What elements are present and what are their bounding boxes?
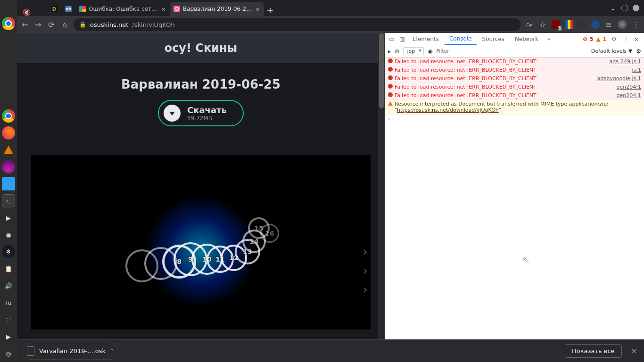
dock-app-vlc[interactable] — [4, 146, 13, 154]
page: осу! Скины Варвалиан 2019-06-25 Скачать … — [17, 33, 385, 339]
dock-chrome-icon[interactable] — [2, 17, 15, 30]
tab-elements[interactable]: Elements — [408, 33, 444, 45]
console-log: Failed to load resource: net::ERR_BLOCKE… — [385, 58, 644, 339]
chevron-right-icon[interactable]: › — [363, 282, 368, 296]
download-filename: Varvalian 2019-....osk — [39, 347, 106, 354]
omnibox[interactable]: 🔒 osuskins.net/skin/vjUqKOh — [74, 18, 520, 31]
log-source[interactable]: ads-249.js:1 — [610, 58, 641, 65]
levels-selector[interactable]: Default levels ▼ — [591, 48, 633, 54]
log-source[interactable]: adsbygoogle.js:1 — [597, 75, 641, 82]
log-message: Failed to load resource: net::ERR_BLOCKE… — [395, 75, 597, 82]
devtools: ▭ ▥ Elements Console Sources Network » ⊘… — [385, 33, 644, 339]
live-expr-icon[interactable]: ◉ — [428, 48, 432, 55]
tabstrip: 🔇 D vk Ошибка: Ошибка сети - Goo × Варва… — [17, 0, 644, 16]
console-settings-icon[interactable]: ⚙ — [636, 48, 641, 55]
skin-title: Варвалиан 2019-06-25 — [17, 77, 385, 91]
error-icon — [388, 84, 395, 90]
dock-app-flame[interactable] — [2, 160, 15, 173]
menu-icon[interactable]: ⋮ — [632, 20, 640, 29]
context-selector[interactable]: top — [403, 47, 424, 55]
reload-button[interactable]: ⟳ — [47, 20, 56, 29]
dock-app-firefox[interactable] — [2, 126, 15, 140]
chevron-up-icon[interactable]: ˄ — [110, 347, 114, 354]
tab-google-error[interactable]: Ошибка: Ошибка сети - Goo × — [75, 2, 170, 16]
show-all-button[interactable]: Показать все — [565, 344, 622, 358]
dock-indicator-wifi[interactable]: ⸬ — [2, 313, 15, 326]
tab-osuskins[interactable]: Варвалиан 2019-06-25 - осу! × — [170, 2, 264, 16]
devtools-close-icon[interactable]: × — [634, 35, 639, 43]
close-icon[interactable]: × — [161, 6, 166, 13]
log-source[interactable]: gen204:1 — [617, 92, 641, 99]
star-icon[interactable]: ☆ — [538, 20, 547, 29]
download-item[interactable]: Varvalian 2019-....osk ˄ — [22, 343, 118, 360]
dock-indicator-sound[interactable]: 🔊 — [2, 279, 15, 292]
console-row: Failed to load resource: net::ERR_BLOCKE… — [385, 58, 644, 66]
chevron-right-icon[interactable]: › — [363, 263, 368, 278]
url-path: /skin/vjUqKOh — [132, 21, 174, 28]
translate-icon[interactable]: 🗛 — [525, 20, 534, 29]
log-source[interactable]: js:1 — [632, 67, 642, 73]
filter-input[interactable] — [437, 47, 587, 56]
chevron-right-icon[interactable]: › — [363, 245, 368, 259]
more-tabs-icon[interactable]: » — [544, 36, 553, 42]
ext-dark-icon[interactable] — [578, 20, 586, 29]
dock-indicator-play[interactable]: ▶ — [2, 211, 15, 224]
inspect-icon[interactable]: ▭ — [387, 36, 396, 42]
window-min-icon[interactable]: ⌄ — [609, 4, 617, 12]
error-badge[interactable]: ⊘ 5 — [583, 36, 594, 42]
toolbar: ← → ⟳ ⌂ 🔒 osuskins.net/skin/vjUqKOh 🗛 ☆ … — [17, 16, 644, 33]
tab-vk[interactable]: vk — [61, 2, 75, 16]
dock-app-terminal[interactable]: ›_ — [2, 194, 15, 207]
close-icon[interactable]: × — [255, 6, 260, 13]
new-tab-button[interactable]: + — [264, 4, 276, 16]
download-label: Скачать — [187, 105, 227, 115]
dock-indicator-expand[interactable]: ▶ — [2, 330, 15, 343]
dock-app-files[interactable] — [2, 177, 15, 190]
window-max-icon[interactable] — [621, 5, 628, 11]
shelf-close-icon[interactable]: × — [625, 346, 644, 355]
tab-console[interactable]: Console — [445, 33, 477, 45]
log-source[interactable]: gen204:1 — [617, 84, 641, 90]
console-toolbar: ▸ ⊘ top ◉ Default levels ▼ ⚙ — [385, 45, 644, 58]
log-message: Failed to load resource: net::ERR_BLOCKE… — [395, 92, 617, 99]
log-message: Failed to load resource: net::ERR_BLOCKE… — [395, 58, 610, 65]
dock-indicator-power[interactable]: ◎ — [2, 347, 15, 360]
prompt-caret-icon: › — [388, 116, 390, 122]
tab-d[interactable]: D — [47, 2, 61, 16]
dock: ›_ ▶ ◉ ⚙ 📋 🔊 ru ⸬ ▶ ◎ — [0, 0, 17, 362]
home-button[interactable]: ⌂ — [60, 20, 69, 29]
device-icon[interactable]: ▥ — [397, 36, 407, 42]
tab-sources[interactable]: Sources — [478, 33, 509, 45]
console-row: Resource interpreted as Document but tra… — [385, 100, 644, 115]
log-message: Failed to load resource: net::ERR_BLOCKE… — [395, 84, 617, 90]
tab-network[interactable]: Network — [510, 33, 543, 45]
console-prompt[interactable]: › — [385, 115, 644, 123]
log-url[interactable]: https://osuskins.net/download/vjUqKOh — [397, 107, 499, 113]
clear-console-icon[interactable]: ⊘ — [395, 48, 399, 55]
reading-list-icon[interactable]: ≡ — [604, 20, 613, 29]
settings-icon[interactable]: ⚙ — [609, 36, 619, 42]
mute-icon[interactable]: 🔇 — [23, 8, 31, 16]
lock-icon: 🔒 — [79, 21, 86, 28]
favicon-vk: vk — [65, 6, 72, 12]
ext-ublock-icon[interactable] — [552, 20, 560, 29]
scrollbar[interactable] — [378, 33, 385, 339]
ext-opera-icon[interactable] — [591, 20, 600, 29]
warn-badge[interactable]: ▲ 1 — [596, 36, 607, 42]
download-button[interactable]: Скачать 59.72MB — [158, 100, 244, 126]
warn-icon — [388, 101, 395, 113]
dock-app-chrome[interactable] — [2, 109, 15, 123]
dock-app-steam[interactable]: ⚙ — [2, 245, 15, 258]
skin-preview: 8 9 10 11 12 13 14 15 16 › › › — [31, 155, 371, 329]
dock-indicator-disc[interactable]: ◉ — [2, 228, 15, 241]
dock-app-clipboard[interactable]: 📋 — [2, 262, 15, 275]
forward-button[interactable]: → — [34, 20, 42, 29]
tab-title: Варвалиан 2019-06-25 - осу! — [183, 6, 252, 12]
dock-indicator-lang[interactable]: ru — [2, 296, 15, 309]
window-close-icon[interactable] — [633, 5, 639, 11]
sidebar-toggle-icon[interactable]: ▸ — [388, 48, 391, 55]
ext-flag-icon[interactable] — [565, 20, 573, 29]
back-button[interactable]: ← — [21, 20, 29, 29]
kebab-icon[interactable]: ⋮ — [621, 36, 631, 42]
profile-avatar[interactable] — [618, 20, 627, 29]
